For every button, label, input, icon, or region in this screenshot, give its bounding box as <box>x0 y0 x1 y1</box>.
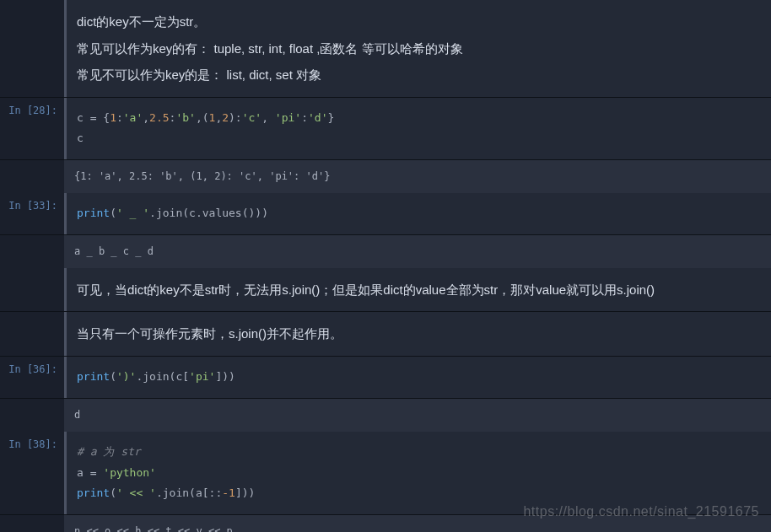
markdown-line: 当只有一个可操作元素时，s.join()并不起作用。 <box>77 320 761 347</box>
output-row: {1: 'a', 2.5: 'b', (1, 2): 'c', 'pi': 'd… <box>0 160 771 193</box>
prompt-empty <box>0 160 64 193</box>
code-line: a = 'python' <box>77 463 761 484</box>
markdown-line: dict的key不一定为str。 <box>77 8 761 35</box>
input-prompt: In [38]: <box>0 432 64 514</box>
code-line: print(' _ '.join(c.values())) <box>77 203 761 224</box>
markdown-content: 可见，当dict的key不是str时，无法用s.join()；但是如果dict的… <box>64 268 771 312</box>
markdown-cell[interactable]: 可见，当dict的key不是str时，无法用s.join()；但是如果dict的… <box>0 268 771 313</box>
markdown-cell[interactable]: 当只有一个可操作元素时，s.join()并不起作用。 <box>0 312 771 357</box>
prompt-empty <box>0 515 64 532</box>
code-input-area[interactable]: # a 为 str a = 'python' print(' << '.join… <box>64 432 771 514</box>
prompt-empty <box>0 312 64 356</box>
code-line-comment: # a 为 str <box>77 442 761 463</box>
code-cell[interactable]: In [28]: c = {1:'a',2.5:'b',(1,2):'c', '… <box>0 98 771 160</box>
prompt-empty <box>0 268 64 312</box>
code-cell[interactable]: In [33]: print(' _ '.join(c.values())) <box>0 193 771 235</box>
output-text: d <box>64 399 771 432</box>
code-line: print(' << '.join(a[::-1])) <box>77 483 761 504</box>
prompt-empty <box>0 235 64 268</box>
output-row: d <box>0 399 771 432</box>
input-prompt: In [36]: <box>0 357 64 398</box>
output-row: n << o << h << t << y << p <box>0 515 771 532</box>
output-text: a _ b _ c _ d <box>64 235 771 268</box>
markdown-line: 常见可以作为key的有： tuple, str, int, float ,函数名… <box>77 35 761 62</box>
output-text: n << o << h << t << y << p <box>64 515 771 532</box>
markdown-line: 常见不可以作为key的是： list, dict, set 对象 <box>77 62 761 89</box>
code-cell[interactable]: In [36]: print(')'.join(c['pi'])) <box>0 357 771 399</box>
markdown-cell[interactable]: dict的key不一定为str。 常见可以作为key的有： tuple, str… <box>0 0 771 98</box>
code-line: c <box>77 128 761 149</box>
code-cell[interactable]: In [38]: # a 为 str a = 'python' print(' … <box>0 432 771 515</box>
markdown-content: dict的key不一定为str。 常见可以作为key的有： tuple, str… <box>64 0 771 97</box>
output-text: {1: 'a', 2.5: 'b', (1, 2): 'c', 'pi': 'd… <box>64 160 771 193</box>
output-row: a _ b _ c _ d <box>0 235 771 268</box>
code-input-area[interactable]: c = {1:'a',2.5:'b',(1,2):'c', 'pi':'d'} … <box>64 98 771 159</box>
prompt-empty <box>0 399 64 432</box>
prompt-empty <box>0 0 64 97</box>
code-line: print(')'.join(c['pi'])) <box>77 367 761 388</box>
markdown-line: 可见，当dict的key不是str时，无法用s.join()；但是如果dict的… <box>77 277 761 304</box>
input-prompt: In [28]: <box>0 98 64 159</box>
notebook-root: dict的key不一定为str。 常见可以作为key的有： tuple, str… <box>0 0 771 532</box>
code-line: c = {1:'a',2.5:'b',(1,2):'c', 'pi':'d'} <box>77 108 761 129</box>
code-input-area[interactable]: print(')'.join(c['pi'])) <box>64 357 771 398</box>
markdown-content: 当只有一个可操作元素时，s.join()并不起作用。 <box>64 312 771 356</box>
input-prompt: In [33]: <box>0 193 64 234</box>
code-input-area[interactable]: print(' _ '.join(c.values())) <box>64 193 771 234</box>
